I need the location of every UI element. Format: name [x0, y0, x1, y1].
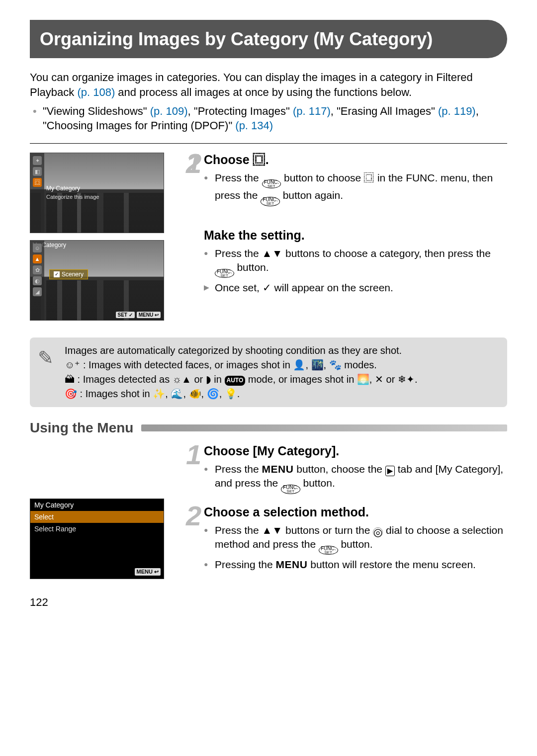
scenery-category-icon: 🏔 [65, 374, 75, 385]
auto-mode-icon: AUTO [225, 376, 246, 385]
menu-row: Select Range [30, 523, 164, 535]
camera-screenshot-func-menu: ✦ ◧ ⿴ My Category Categorize this image [30, 153, 164, 233]
page-title-bar: Organizing Images by Category (My Catego… [30, 20, 507, 58]
step-number: 1 [186, 441, 201, 469]
page-ref-link[interactable]: (p. 119) [438, 105, 476, 117]
kids-pets-mode-icon: 🐾 [329, 359, 342, 370]
step-result: Once set, ✓ will appear on the screen. [204, 281, 507, 295]
screenshot-label: My Category [46, 185, 80, 192]
check-icon: ✓ [54, 271, 60, 277]
events-category-icon: 🎯 [65, 388, 77, 399]
category-icon: ◢ [33, 287, 42, 296]
sunset-mode-icon: 🌅 [357, 374, 369, 385]
checkmark-icon: ✓ [263, 282, 271, 293]
control-dial-icon: ◎ [373, 527, 383, 537]
subheading-bar [141, 424, 507, 431]
intro-paragraph: You can organize images in categories. Y… [30, 70, 507, 99]
page-ref-link[interactable]: (p. 108) [77, 86, 115, 98]
my-category-icon: ⿴ [364, 172, 374, 183]
category-icon: ✿ [33, 265, 42, 274]
step-heading: Choose ⿴. [204, 153, 507, 167]
step-bullet: Press the MENU button, choose the ▶ tab … [204, 462, 507, 494]
screenshot-sublabel: Categorize this image [46, 194, 99, 200]
step-bullet: Press the ▲▼ buttons to choose a categor… [204, 247, 507, 278]
step-bullet: Press the FUNC.SET button to choose ⿴ in… [204, 171, 507, 206]
func-set-button-icon: FUNC.SET [319, 546, 338, 555]
menu-back-indicator: MENU ↩ [137, 312, 161, 318]
step-heading: Make the setting. [204, 228, 507, 243]
step-bullet: Press the ▲▼ buttons or turn the ◎ dial … [204, 523, 507, 555]
step-number: 2 [186, 502, 201, 530]
menu-title: My Category [30, 499, 164, 511]
camera-screenshot-category-select: My Category ☺ ▲ ✿ ◐ ◢ ✓ Scenery SET ✓ ME… [30, 240, 164, 321]
people-category-icon: ☺⁺ [65, 359, 80, 370]
page-ref-link[interactable]: (p. 109) [150, 105, 188, 117]
up-down-arrows-icon: ▲▼ [262, 248, 283, 259]
my-category-func-icon: ⿴ [33, 178, 42, 187]
page-ref-link[interactable]: (p. 117) [293, 105, 331, 117]
step-bullet: Pressing the MENU button will restore th… [204, 558, 507, 572]
aquarium-mode-icon: 🐠 [189, 388, 201, 399]
step-heading: Choose [My Category]. [204, 444, 507, 458]
func-set-button-icon: FUNC.SET [281, 485, 300, 494]
note-line: 🏔 : Images detected as ☼▲ or ◗ in AUTO m… [65, 372, 499, 387]
playback-tab-icon: ▶ [385, 466, 395, 476]
func-menu-icon: ◧ [33, 167, 42, 176]
note-callout: ✎ Images are automatically categorized b… [30, 337, 507, 407]
indoor-mode-icon: 💡 [225, 388, 237, 399]
portrait-mode-icon: 👤 [293, 359, 305, 370]
category-icon-selected: ▲ [33, 254, 42, 263]
function-list: "Viewing Slideshows" (p. 109), "Protecti… [30, 104, 507, 133]
page-title: Organizing Images by Category (My Catego… [40, 29, 487, 49]
divider [30, 143, 507, 144]
night-snapshot-mode-icon: 🌃 [311, 359, 324, 370]
set-indicator: SET ✓ [116, 312, 135, 318]
menu-back-indicator: MENU ↩ [135, 568, 161, 576]
func-menu-icon: ✦ [33, 156, 42, 165]
step-number: 2 [186, 150, 201, 177]
function-list-item: "Viewing Slideshows" (p. 109), "Protecti… [30, 104, 507, 133]
page-ref-link[interactable]: (p. 134) [235, 119, 273, 132]
camera-screenshot-menu: My Category Select Select Range MENU ↩ [30, 499, 164, 579]
func-set-button-icon: FUNC.SET [261, 197, 280, 206]
beach-mode-icon: 🌊 [171, 388, 183, 399]
sunset-scene-icon: ◗ [206, 374, 211, 385]
note-line: Images are automatically categorized by … [65, 343, 499, 358]
category-icon: ◐ [33, 276, 42, 285]
landscape-scene-icon: ☼▲ [173, 374, 191, 385]
category-icon: ☺ [33, 244, 42, 252]
section-subheading: Using the Menu [30, 420, 133, 436]
menu-button-label: MENU [276, 559, 308, 570]
fireworks-mode-icon: ✨ [153, 388, 165, 399]
menu-button-label: MENU [262, 463, 294, 475]
note-line: 🎯 : Images shot in ✨, 🌊, 🐠, 🌀, 💡. [65, 387, 499, 401]
pencil-icon: ✎ [38, 344, 54, 372]
func-set-button-icon: FUNC.SET [215, 269, 234, 278]
underwater-mode-icon: 🌀 [207, 388, 219, 399]
up-down-arrows-icon: ▲▼ [262, 524, 283, 536]
page-number: 122 [30, 596, 507, 609]
snow-mode-icon: ❄✦ [398, 374, 415, 385]
category-tag: ✓ Scenery [49, 269, 88, 279]
my-category-icon: ⿴ [253, 153, 266, 167]
menu-row-selected: Select [30, 511, 164, 523]
step-heading: Choose a selection method. [204, 505, 507, 519]
func-set-button-icon: FUNC.SET [262, 179, 281, 188]
note-line: ☺⁺ : Images with detected faces, or imag… [65, 358, 499, 372]
foliage-mode-icon: ✕ [375, 374, 383, 385]
